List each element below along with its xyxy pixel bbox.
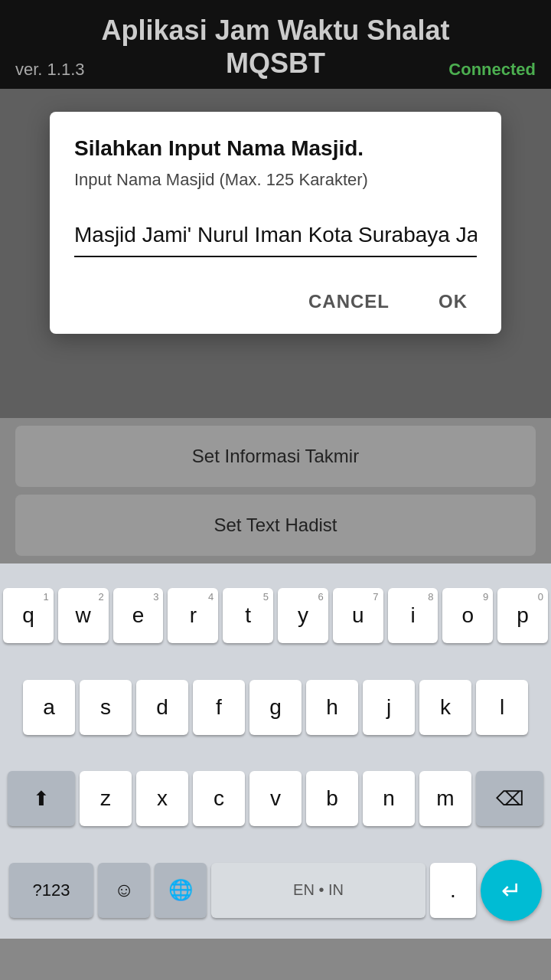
key-l[interactable]: l <box>476 680 528 735</box>
key-y[interactable]: 6y <box>278 588 328 643</box>
shift-key[interactable]: ⬆ <box>8 771 75 826</box>
key-t[interactable]: 5t <box>223 588 273 643</box>
dialog-subtitle: Input Nama Masjid (Max. 125 Karakter) <box>74 168 477 192</box>
app-title-line1: Aplikasi Jam Waktu Shalat <box>102 15 450 46</box>
key-x[interactable]: x <box>136 771 188 826</box>
set-informasi-takmir-button[interactable]: Set Informasi Takmir <box>15 426 536 487</box>
connection-status: Connected <box>448 60 536 80</box>
dialog-input-area <box>74 214 477 257</box>
key-p[interactable]: 0p <box>497 588 548 643</box>
dialog-title: Silahkan Input Nama Masjid. <box>74 136 477 161</box>
key-s[interactable]: s <box>80 680 132 735</box>
background-section: Silahkan Input Nama Masjid. Input Nama M… <box>0 89 551 418</box>
keyboard-row-1: 1q 2w 3e 4r 5t 6y 7u 8i 9o 0p <box>3 570 548 662</box>
key-b[interactable]: b <box>306 771 358 826</box>
key-m[interactable]: m <box>419 771 471 826</box>
key-z[interactable]: z <box>80 771 132 826</box>
key-k[interactable]: k <box>419 680 471 735</box>
key-c[interactable]: c <box>193 771 245 826</box>
key-o[interactable]: 9o <box>442 588 493 643</box>
space-key[interactable]: EN • IN <box>211 863 425 918</box>
key-q[interactable]: 1q <box>3 588 54 643</box>
dialog-overlay: Silahkan Input Nama Masjid. Input Nama M… <box>0 89 551 418</box>
key-u[interactable]: 7u <box>333 588 383 643</box>
ok-button[interactable]: OK <box>429 285 477 318</box>
key-g[interactable]: g <box>249 680 302 735</box>
emoji-key[interactable]: ☺ <box>98 863 150 918</box>
key-j[interactable]: j <box>363 680 415 735</box>
key-v[interactable]: v <box>249 771 302 826</box>
cancel-button[interactable]: CANCEL <box>299 285 399 318</box>
key-f[interactable]: f <box>193 680 245 735</box>
set-hadist-label: Set Text Hadist <box>214 514 337 536</box>
key-i[interactable]: 8i <box>388 588 439 643</box>
top-bar: Aplikasi Jam Waktu Shalat MQSBT ver. 1.1… <box>0 0 551 89</box>
keyboard-row-2: a s d f g h j k l <box>3 662 548 753</box>
key-r[interactable]: 4r <box>168 588 218 643</box>
app-title-line2: MQSBT <box>226 47 325 79</box>
dialog-buttons: CANCEL OK <box>74 279 477 318</box>
key-w[interactable]: 2w <box>58 588 109 643</box>
backspace-key[interactable]: ⌫ <box>476 771 543 826</box>
enter-key[interactable]: ↵ <box>481 860 542 921</box>
num-key[interactable]: ?123 <box>9 863 93 918</box>
key-d[interactable]: d <box>136 680 188 735</box>
set-informasi-label: Set Informasi Takmir <box>192 446 359 467</box>
key-a[interactable]: a <box>23 680 75 735</box>
key-h[interactable]: h <box>306 680 358 735</box>
masjid-name-input[interactable] <box>74 214 477 257</box>
keyboard-row-3: ⬆ z x c v b n m ⌫ <box>3 753 548 844</box>
version-label: ver. 1.1.3 <box>15 60 85 80</box>
period-key[interactable]: . <box>430 863 476 918</box>
globe-key[interactable]: 🌐 <box>155 863 207 918</box>
bottom-buttons-section: Set Informasi Takmir Set Text Hadist <box>0 418 551 564</box>
key-n[interactable]: n <box>363 771 415 826</box>
keyboard: 1q 2w 3e 4r 5t 6y 7u 8i 9o 0p a s d f g … <box>0 564 551 939</box>
keyboard-row-4: ?123 ☺ 🌐 EN • IN . ↵ <box>3 844 548 936</box>
set-text-hadist-button[interactable]: Set Text Hadist <box>15 495 536 556</box>
input-dialog: Silahkan Input Nama Masjid. Input Nama M… <box>50 112 501 334</box>
key-e[interactable]: 3e <box>113 588 164 643</box>
